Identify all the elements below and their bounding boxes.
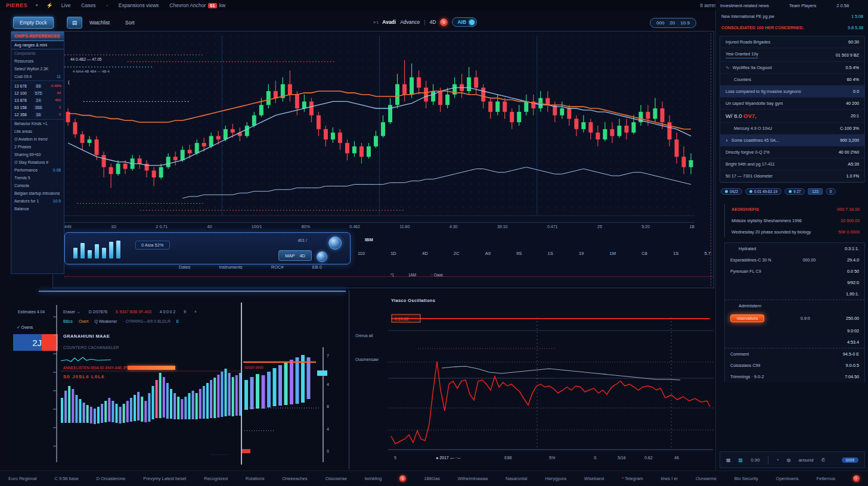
sidebar-item[interactable]: Components <box>11 49 64 57</box>
market-row[interactable]: Injured Roads Brigades60:30 <box>720 36 864 48</box>
sidebar-header-title[interactable]: Investment-related news <box>720 3 769 8</box>
sidebar-item[interactable]: O Stay Rotations # <box>11 158 64 166</box>
position-row[interactable]: Comment94.5-0 E <box>725 348 864 360</box>
position-row[interactable]: Colossians C999.0-0.5 <box>725 360 864 371</box>
sidebar-item[interactable]: Cost 09:411 <box>11 73 64 80</box>
position-row[interactable]: 1,90:1. <box>725 288 864 300</box>
grid-icon[interactable]: ▦ <box>726 457 731 463</box>
menu-item-2[interactable]: Expansions views <box>119 2 159 8</box>
status-item[interactable]: Hwrygyura <box>545 476 566 481</box>
clock-icon[interactable]: ◔ <box>776 457 779 463</box>
market-row[interactable]: 50 17 — 7301 Odometer1.0 FN <box>720 170 864 182</box>
news-row[interactable]: CONSOLIDATED 100 HER CONCERNED.9.8 5.38 <box>716 22 868 33</box>
status-item[interactable]: Ourwarme <box>696 476 717 481</box>
phone-icon[interactable]: ✆ <box>821 457 825 463</box>
timeframe-option[interactable]: 1S <box>673 251 678 256</box>
panel-header-chip[interactable]: D 2/07876 <box>89 310 107 314</box>
alert-row[interactable]: Midsize stylishly Sheshammers 199620 500… <box>726 215 865 226</box>
panel-header-chip[interactable]: Overt <box>79 319 89 323</box>
status-alert-badge[interactable]: 0 <box>399 475 406 482</box>
timeframe-option[interactable]: 9S <box>516 251 522 256</box>
big-value-tile[interactable]: 2J <box>13 334 44 351</box>
timeframe-option[interactable]: 19 <box>579 251 584 256</box>
estimates-label[interactable]: Estimates 4.04 <box>18 310 45 314</box>
panel-header-chip[interactable]: Q Weakener <box>95 319 117 323</box>
panel-header-chip[interactable]: E <box>176 319 179 323</box>
position-row[interactable]: Administern <box>725 300 864 311</box>
alert-indicator-icon[interactable]: 0 <box>440 18 448 26</box>
filter-chip[interactable]: 9 27 <box>785 188 805 195</box>
sub-row-item[interactable]: ROC# <box>271 264 284 270</box>
sidebar-item[interactable]: O Aviation in trend <box>11 135 64 143</box>
market-row[interactable]: Mercury 4.9 O 10xUC-100 3% <box>720 123 864 135</box>
position-row[interactable]: reservations0.9:0250.00 <box>725 311 864 325</box>
market-row[interactable]: ◗Some coastlines 45 SA...900 3,200 <box>720 135 864 147</box>
price-chart[interactable]: 44 0.4B2 — 47.054 MAA-4B 4B4 — 4B-4( <box>64 33 695 220</box>
timeframe-option[interactable]: C8 <box>641 251 647 256</box>
market-row[interactable]: Bright 94th and pg 17-411A5:39 <box>720 158 864 170</box>
red-tile[interactable] <box>42 334 58 351</box>
position-row[interactable]: 9.0:02 <box>725 325 864 337</box>
market-row[interactable]: Counters60 4% <box>720 74 864 86</box>
status-item[interactable]: Wiseband <box>584 476 604 481</box>
globe-small-icon[interactable] <box>317 251 327 262</box>
left-panel-header[interactable]: CHIPS-REFERENCES <box>11 32 64 41</box>
status-item[interactable]: lines I er <box>661 476 678 481</box>
sidebar-item[interactable]: Avg ranges & mini <box>11 41 64 49</box>
sidebar-kv-item[interactable]: Belgian startup intrusions <box>11 189 64 197</box>
menu-item-3[interactable]: Chevron Anchor01kw <box>169 2 225 8</box>
orderbook-row[interactable]: 12 10057544 <box>14 89 61 96</box>
timeframe-option[interactable]: A9 <box>485 251 491 256</box>
orderbook-row[interactable]: 13 87824450 <box>14 96 61 104</box>
status-item[interactable]: Wilhelminawaa <box>458 476 488 481</box>
timeframe-option[interactable]: 1D <box>390 251 396 256</box>
status-item[interactable]: Fetternos <box>816 476 835 481</box>
timeframe-option[interactable]: 2C <box>454 251 460 256</box>
symbol-subtitle[interactable]: Advance <box>400 19 420 25</box>
timeframe-option[interactable]: 5.7 <box>704 251 710 256</box>
timeframe-option[interactable]: 110 <box>358 251 365 256</box>
market-row[interactable]: W/ 8.0 OV7,20:1 <box>720 110 864 123</box>
sidebar-item[interactable]: Resources <box>11 57 64 65</box>
sub-row-item[interactable]: Instruments <box>219 264 243 270</box>
primary-action-button[interactable]: Empty Dock <box>13 17 54 29</box>
market-row[interactable]: Yew Granted 10y01 503 9 BZ <box>720 48 864 62</box>
market-row[interactable]: ∿Wycliffes 9a Osgood0.5 4% <box>720 62 864 74</box>
status-item[interactable]: Recognized <box>204 476 228 481</box>
view-toggle-button[interactable]: ▤ <box>67 17 82 29</box>
sidebar-item[interactable]: Select Wylton 2.3K <box>11 65 64 73</box>
market-row[interactable]: Directly forgive 0-Q 2%40 00 2%0 <box>720 147 864 158</box>
panel-header-chip[interactable]: 4 0:0 0 2 <box>160 310 175 314</box>
timeframe-selector[interactable]: 4D <box>430 19 436 25</box>
watchlist-tab[interactable]: Watchlist <box>89 20 110 26</box>
menu-item-1[interactable]: Cases <box>81 2 95 8</box>
panel-header-chip[interactable]: BBcs <box>63 319 73 323</box>
timeframe-option[interactable]: 4D <box>422 251 428 256</box>
sidebar-item[interactable]: Behavior Kinds +1. <box>11 120 64 127</box>
filter-chip[interactable]: 0422 <box>721 188 742 195</box>
ab-toggle[interactable]: AIB <box>452 17 477 27</box>
status-item[interactable]: D Orcasterone <box>97 476 126 481</box>
region-chip[interactable]: 0 Asia 52% <box>135 241 170 250</box>
panel-header-chip[interactable]: · OTRRRG—9/9 0 BLDLR <box>123 319 170 323</box>
reservations-button[interactable]: reservations <box>730 314 764 322</box>
status-item[interactable]: *Telegram <box>622 476 643 481</box>
status-item[interactable]: Oneeeaches <box>282 476 308 481</box>
status-item[interactable]: Prevymy Latest beset <box>143 476 186 481</box>
sidebar-kv-item[interactable]: Trends 9 <box>11 174 64 182</box>
sidebar-item[interactable]: Lite areas <box>11 127 64 135</box>
sub-row-item[interactable]: Dates <box>179 264 191 270</box>
panel-header-chip[interactable]: 9 <box>184 310 186 314</box>
panel-header-chip[interactable]: + <box>194 310 197 314</box>
status-item[interactable]: Bio Security <box>734 476 758 481</box>
candlestick-canvas[interactable]: 44 0.4B2 — 47.054 MAA-4B 4B4 — 4B-4( <box>64 33 695 220</box>
sidebar-kv-item[interactable]: Aerators for 110.9 <box>11 197 64 205</box>
app-logo[interactable]: PIERES <box>6 2 27 8</box>
status-item[interactable]: 1BitGas <box>424 476 440 481</box>
sidebar-kv-item[interactable]: Performance0.08 <box>11 166 64 174</box>
position-row[interactable]: 9/92:0 <box>725 277 864 288</box>
position-row[interactable]: Pyrexuan FL C90.0 50 <box>725 266 864 277</box>
market-row[interactable]: Loss compared to 9g invasive surgeons0 0 <box>720 86 864 98</box>
position-row[interactable]: 4:53.4 <box>725 337 864 348</box>
panel-header-chip[interactable]: E 9347 B0B 0F-403 <box>116 310 151 314</box>
